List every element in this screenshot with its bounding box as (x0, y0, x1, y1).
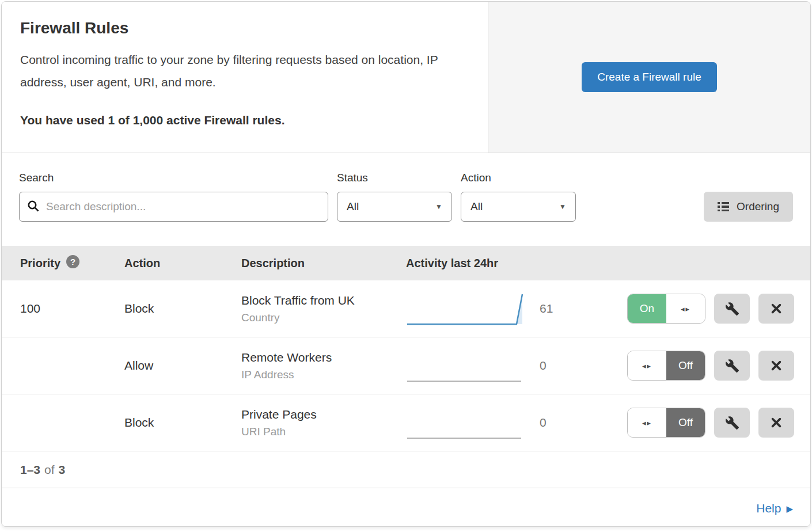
rule-action: Allow (124, 359, 241, 373)
delete-rule-button[interactable] (758, 408, 794, 438)
search-input[interactable] (19, 192, 328, 222)
toggle-off-segment: Off (666, 408, 705, 437)
ordered-list-icon (718, 202, 729, 212)
rule-action: Block (124, 302, 241, 316)
status-select[interactable]: All ▼ (337, 192, 452, 222)
priority-help-icon[interactable]: ? (66, 255, 79, 268)
close-icon (770, 359, 783, 372)
toggle-on-segment: On (628, 294, 666, 323)
edit-rule-button[interactable] (714, 351, 750, 381)
activity-sparkline (406, 345, 524, 386)
rule-controls: ◂▸ Off (627, 408, 810, 438)
toggle-handle-icon: ◂▸ (628, 408, 666, 437)
action-select-value: All (470, 200, 483, 213)
pagination-of-label: of (44, 463, 55, 477)
wrench-icon (725, 416, 739, 430)
search-box (19, 192, 328, 222)
edit-rule-button[interactable] (714, 408, 750, 438)
edit-rule-button[interactable] (714, 294, 750, 324)
status-label: Status (337, 172, 452, 184)
wrench-icon (725, 302, 739, 316)
status-select-value: All (347, 200, 359, 213)
table-row: 100 Block Block Traffic from UK Country … (2, 280, 810, 337)
table-row: Block Private Pages URI Path 0 ◂▸ Off (2, 394, 810, 451)
rule-enabled-toggle[interactable]: ◂▸ Off (627, 351, 705, 381)
rule-enabled-toggle[interactable]: On ◂▸ (627, 294, 705, 324)
column-header-activity: Activity last 24hr (406, 257, 627, 270)
rule-action: Block (124, 416, 241, 430)
search-filter-group: Search (19, 172, 328, 222)
rule-match-type: IP Address (241, 368, 406, 381)
search-icon (26, 199, 40, 215)
column-header-description: Description (241, 257, 406, 270)
action-select[interactable]: All ▼ (461, 192, 576, 222)
pagination-bar: 1–3 of 3 (2, 451, 810, 488)
toggle-handle-icon: ◂▸ (666, 294, 705, 323)
rule-priority: 100 (20, 302, 124, 316)
header-text-block: Firewall Rules Control incoming traffic … (2, 2, 488, 153)
activity-count: 0 (540, 416, 547, 430)
rule-match-type: URI Path (241, 425, 406, 438)
column-header-priority: Priority ? (20, 257, 124, 270)
rule-description-cell: Block Traffic from UK Country (241, 294, 406, 324)
activity-sparkline (406, 288, 524, 329)
toggle-handle-icon: ◂▸ (628, 351, 666, 380)
delete-rule-button[interactable] (758, 351, 794, 381)
page-title: Firewall Rules (20, 19, 469, 37)
column-header-action: Action (124, 257, 241, 270)
help-link[interactable]: Help ▶ (756, 501, 793, 515)
ordering-button[interactable]: Ordering (704, 192, 793, 222)
chevron-down-icon: ▼ (559, 203, 566, 211)
activity-count: 61 (540, 302, 553, 316)
close-icon (770, 416, 783, 429)
toggle-off-segment: Off (666, 351, 705, 380)
ordering-button-label: Ordering (737, 200, 779, 213)
rule-description-cell: Private Pages URI Path (241, 408, 406, 438)
rule-description: Block Traffic from UK (241, 294, 406, 307)
delete-rule-button[interactable] (758, 294, 794, 324)
rule-controls: On ◂▸ (627, 294, 810, 324)
rule-controls: ◂▸ Off (627, 351, 810, 381)
close-icon (770, 302, 783, 315)
arrow-right-icon: ▶ (786, 504, 793, 514)
rule-activity-cell: 0 (406, 402, 627, 443)
chevron-down-icon: ▼ (435, 203, 442, 211)
help-link-label: Help (756, 501, 781, 515)
activity-sparkline (406, 402, 524, 443)
wrench-icon (725, 359, 739, 373)
rule-description: Private Pages (241, 408, 406, 421)
rule-description-cell: Remote Workers IP Address (241, 351, 406, 381)
status-filter-group: Status All ▼ (337, 172, 452, 222)
firewall-rules-panel: Firewall Rules Control incoming traffic … (1, 1, 811, 527)
table-row: Allow Remote Workers IP Address 0 ◂▸ Off (2, 337, 810, 394)
pagination-range: 1–3 (20, 463, 40, 477)
rule-activity-cell: 0 (406, 345, 627, 386)
usage-note: You have used 1 of 1,000 active Firewall… (20, 113, 469, 127)
activity-count: 0 (540, 359, 547, 373)
rule-description: Remote Workers (241, 351, 406, 364)
action-filter-group: Action All ▼ (461, 172, 576, 222)
create-firewall-rule-button[interactable]: Create a Firewall rule (582, 62, 717, 92)
action-label: Action (461, 172, 576, 184)
rule-enabled-toggle[interactable]: ◂▸ Off (627, 408, 705, 438)
help-bar: Help ▶ (2, 488, 810, 527)
rule-activity-cell: 61 (406, 288, 627, 329)
priority-header-label: Priority (20, 257, 60, 270)
header-action-panel: Create a Firewall rule (488, 2, 810, 153)
rule-match-type: Country (241, 311, 406, 324)
search-label: Search (19, 172, 328, 184)
table-header-row: Priority ? Action Description Activity l… (2, 246, 810, 280)
pagination-total: 3 (59, 463, 66, 477)
filters-bar: Search Status All ▼ Action All ▼ (2, 153, 810, 246)
page-description: Control incoming traffic to your zone by… (20, 49, 464, 94)
header-section: Firewall Rules Control incoming traffic … (2, 2, 810, 153)
